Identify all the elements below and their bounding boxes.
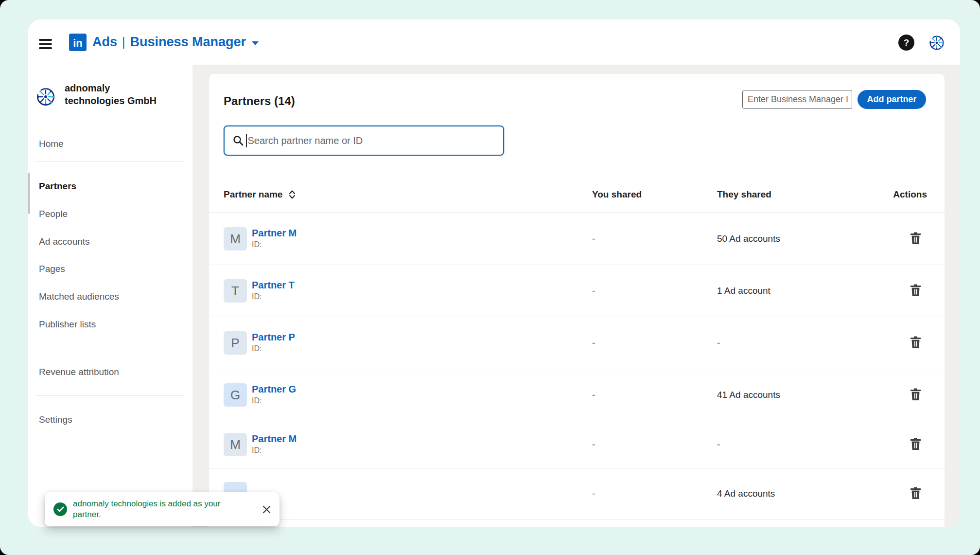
partner-avatar: M: [224, 227, 247, 251]
partner-avatar: P: [224, 331, 247, 355]
trash-icon: [910, 486, 921, 500]
delete-partner-button[interactable]: [908, 282, 923, 300]
sidebar-item-people[interactable]: People: [28, 204, 192, 224]
toast-message: adnomaly technologies is added as your p…: [73, 499, 243, 520]
they-shared-value: 4 Ad accounts: [717, 488, 775, 499]
help-button[interactable]: ?: [898, 35, 914, 51]
trash-icon: [910, 284, 921, 297]
brand-dropdown[interactable]: Ads | Business Manager: [92, 19, 259, 65]
column-header-you-shared: You shared: [592, 176, 642, 213]
company-name: adnomaly technologies GmbH: [65, 82, 169, 107]
business-manager-id-input[interactable]: [742, 90, 852, 109]
you-shared-value: -: [592, 338, 595, 348]
linkedin-logo-icon: in: [69, 34, 87, 51]
you-shared-value: -: [592, 439, 595, 450]
they-shared-value: 41 Ad accounts: [717, 390, 780, 400]
search-icon: [232, 135, 244, 146]
question-mark-icon: ?: [904, 37, 910, 48]
trash-icon: [910, 388, 921, 401]
partner-avatar: T: [224, 279, 247, 303]
column-header-actions: Actions: [893, 176, 927, 213]
hamburger-menu-icon[interactable]: [39, 39, 52, 50]
delete-partner-button[interactable]: [908, 386, 923, 404]
partner-search-box: [224, 125, 504, 156]
partner-name-link[interactable]: Partner M: [252, 433, 297, 445]
sidebar-item-matched-audiences[interactable]: Matched audiences: [28, 287, 192, 306]
table-row: - 4 Ad accounts: [209, 468, 945, 519]
you-shared-value: -: [592, 286, 595, 296]
brand-product-label: Ads: [92, 35, 117, 50]
you-shared-value: -: [592, 233, 595, 244]
sidebar-divider: [35, 161, 184, 162]
toast-close-button[interactable]: [260, 503, 273, 516]
delete-partner-button[interactable]: [908, 484, 923, 503]
table-row: M Partner M ID: - 50 Ad accounts: [209, 213, 945, 265]
you-shared-value: -: [592, 390, 595, 400]
trash-icon: [910, 437, 921, 450]
sidebar-item-settings[interactable]: Settings: [28, 410, 192, 430]
partner-name-link[interactable]: Partner M: [252, 228, 297, 239]
they-shared-value: -: [717, 338, 720, 348]
chevron-down-icon: [252, 41, 259, 45]
trash-icon: [910, 336, 921, 349]
sidebar-divider: [35, 348, 184, 348]
partner-avatar: M: [224, 433, 247, 456]
they-shared-value: 50 Ad accounts: [717, 233, 780, 244]
sidebar-item-revenue-attribution[interactable]: Revenue attribution: [28, 362, 192, 382]
page-title: Partners (14): [224, 94, 295, 108]
sidebar: adnomaly technologies GmbH Home Partners…: [28, 65, 192, 527]
they-shared-value: -: [717, 439, 720, 450]
brand-name-label: Business Manager: [130, 35, 246, 50]
partners-card: Partners (14) Add partner Partner name: [209, 74, 945, 527]
partner-id-label: ID:: [252, 446, 297, 455]
partner-id-label: ID:: [252, 292, 295, 301]
company-starburst-icon: [928, 35, 945, 51]
column-header-they-shared: They shared: [717, 176, 771, 213]
partner-name-link[interactable]: Partner P: [252, 332, 295, 343]
add-partner-button[interactable]: Add partner: [858, 90, 926, 109]
app-window: in Ads | Business Manager ?: [28, 19, 960, 527]
brand-separator: |: [122, 35, 125, 49]
success-toast: adnomaly technologies is added as your p…: [45, 492, 280, 526]
partner-id-label: ID:: [252, 344, 295, 353]
column-header-partner-name[interactable]: Partner name: [224, 176, 296, 213]
search-input[interactable]: [247, 135, 504, 146]
table-row: M Partner M ID: - -: [209, 421, 945, 468]
partner-name-link[interactable]: Partner T: [252, 280, 295, 291]
company-logo-icon: [35, 87, 56, 107]
partner-id-label: ID:: [252, 240, 297, 249]
sort-icon: [288, 190, 296, 199]
delete-partner-button[interactable]: [908, 435, 923, 454]
table-row: G Partner G ID: - 41 Ad accounts: [209, 369, 945, 421]
delete-partner-button[interactable]: [908, 230, 923, 248]
sidebar-item-partners[interactable]: Partners: [28, 177, 192, 196]
success-check-icon: [53, 502, 67, 516]
table-row: T Partner T ID: - 1 Ad account: [209, 265, 945, 317]
partner-name-link[interactable]: Partner G: [252, 384, 296, 395]
sidebar-divider: [35, 395, 184, 396]
sidebar-item-pages[interactable]: Pages: [28, 259, 192, 279]
delete-partner-button[interactable]: [908, 334, 923, 352]
you-shared-value: -: [592, 488, 595, 499]
screen: in Ads | Business Manager ?: [0, 0, 980, 555]
table-row: P Partner P ID: - -: [209, 317, 945, 369]
main-content: Partners (14) Add partner Partner name: [192, 65, 960, 527]
partner-id-label: ID:: [252, 396, 296, 405]
sidebar-item-home[interactable]: Home: [28, 134, 192, 154]
they-shared-value: 1 Ad account: [717, 286, 770, 296]
table-header: Partner name You shared They shared Acti…: [209, 176, 945, 213]
sidebar-item-publisher-lists[interactable]: Publisher lists: [28, 315, 192, 334]
trash-icon: [910, 232, 921, 245]
partner-avatar: G: [224, 383, 247, 407]
close-icon: [262, 505, 271, 514]
top-bar: in Ads | Business Manager ?: [28, 19, 960, 65]
account-avatar[interactable]: [928, 35, 945, 51]
sidebar-item-ad-accounts[interactable]: Ad accounts: [28, 232, 192, 251]
